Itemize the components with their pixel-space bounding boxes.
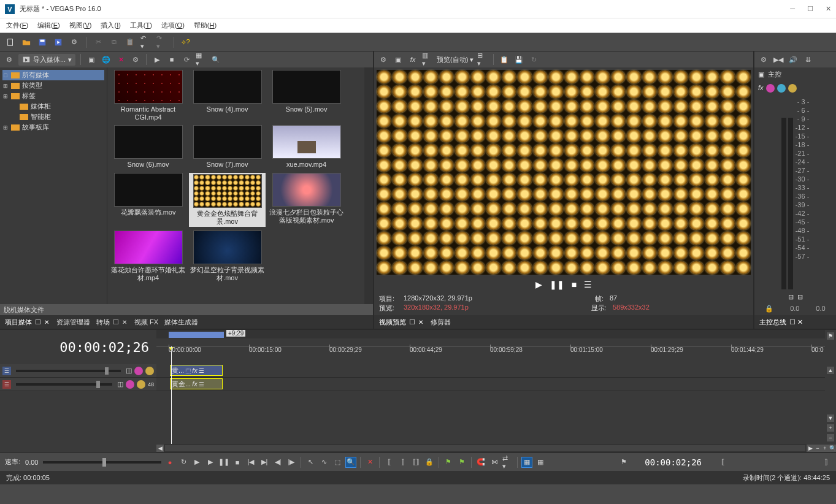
hscroll-right[interactable]: ▶	[807, 445, 814, 452]
loop-region[interactable]	[169, 332, 224, 338]
menu-h[interactable]: 帮助(H)	[194, 21, 217, 30]
play-start-button[interactable]: ▶	[191, 457, 202, 468]
sel-start-icon[interactable]: ⟦	[717, 457, 728, 468]
video-fx-icon[interactable]: fx	[407, 54, 418, 65]
master-props-icon[interactable]: ⚙	[758, 54, 769, 65]
media-fx-icon[interactable]: ⚙	[130, 54, 141, 65]
menu-e[interactable]: 编辑(E)	[37, 21, 60, 30]
hzoom-out[interactable]: −	[814, 445, 821, 452]
audio-vol-slider[interactable]	[16, 383, 112, 386]
trim2-button[interactable]: ⟧	[397, 457, 408, 468]
media-item[interactable]: Snow (6).mov	[110, 125, 186, 169]
snapshot-save-icon[interactable]: 💾	[513, 54, 524, 65]
capture-icon[interactable]: ▣	[86, 54, 97, 65]
audio-track-header[interactable]: ☰ ◫ 48	[0, 378, 156, 391]
close-button[interactable]: ✕	[826, 5, 831, 13]
media-item[interactable]: 落花烛台许愿环节婚礼素材.mp4	[110, 231, 186, 282]
tree-item[interactable]: ⊞标签	[2, 91, 104, 101]
split-screen-icon[interactable]: ▥ ▾	[422, 54, 433, 65]
fx-plugin-1[interactable]	[766, 84, 775, 93]
marker-flag-icon[interactable]: ⚑	[827, 332, 834, 340]
delete-button[interactable]: ✕	[364, 457, 375, 468]
menu-i[interactable]: 插入(I)	[101, 21, 120, 30]
new-icon[interactable]	[5, 37, 16, 48]
track-fx-3[interactable]	[126, 380, 134, 389]
scroll-up-icon[interactable]: ▲	[827, 367, 834, 374]
left-tab[interactable]: 项目媒体 ☐ ✕	[5, 318, 50, 327]
left-tab[interactable]: 媒体生成器	[164, 318, 198, 327]
stop-button-tl[interactable]: ■	[232, 457, 243, 468]
normal-edit-button[interactable]: ↖	[305, 457, 316, 468]
save-icon[interactable]	[37, 37, 48, 48]
help-icon[interactable]: ⟡?	[180, 37, 191, 48]
record-button[interactable]: ●	[164, 457, 175, 468]
fx-plugin-3[interactable]	[788, 84, 797, 93]
paste-icon[interactable]: 📋	[125, 37, 136, 48]
split-l-icon[interactable]: ⊟	[788, 293, 794, 301]
split-r-icon[interactable]: ⊟	[797, 293, 803, 301]
pause-button[interactable]: ❚❚	[550, 280, 564, 289]
preview-props-icon[interactable]: ⚙	[378, 54, 389, 65]
preview-quality-dropdown[interactable]: 预览(自动) ▾	[437, 55, 474, 64]
media-item[interactable]: 黄金金色炫酷舞台背景.mov	[189, 173, 266, 227]
loop-playback-button[interactable]: ↻	[178, 457, 189, 468]
stop-button[interactable]: ■	[572, 280, 577, 289]
maximize-button[interactable]: ☐	[807, 5, 813, 13]
track-content[interactable]: 黄... ⬚ fx ☰ 黄金... fx ☰	[156, 364, 825, 444]
video-clip[interactable]: 黄... ⬚ fx ☰	[170, 365, 223, 376]
downmix-icon[interactable]: ⇊	[802, 54, 813, 65]
loop-icon[interactable]: ↻	[528, 54, 539, 65]
region-bar[interactable]: +9;29	[156, 330, 825, 338]
play-button-tl[interactable]: ▶	[205, 457, 216, 468]
tool1-button[interactable]: ▦	[521, 457, 532, 468]
next-frame-button[interactable]: |▶	[286, 457, 297, 468]
import-media-button[interactable]: 导入媒体... ▾	[18, 54, 75, 66]
media-item[interactable]: Snow (7).mov	[189, 125, 266, 169]
dim-icon[interactable]: 🔊	[788, 54, 799, 65]
prev-track-icon[interactable]: ▶◀	[773, 54, 784, 65]
media-item[interactable]: Romantic Abstract CGI.mp4	[110, 70, 186, 121]
render-icon[interactable]	[53, 37, 64, 48]
trim1-button[interactable]: ⟦	[383, 457, 394, 468]
media-item[interactable]: 梦幻星空粒子背景视频素材.mov	[189, 231, 266, 282]
autoripple-button[interactable]: ⇄ ▾	[502, 457, 513, 468]
rate-slider[interactable]	[43, 461, 161, 464]
scroll-down-icon[interactable]: ▼	[827, 414, 834, 422]
tree-item[interactable]: ⊞按类型	[2, 80, 104, 91]
track-fx-2[interactable]	[145, 367, 154, 375]
time-ruler[interactable]: 00:00:00:0000:00:15:0000:00:29;2900:00:4…	[156, 346, 825, 364]
menu-t[interactable]: 工具(T)	[130, 21, 152, 30]
menu-button[interactable]: ☰	[584, 280, 592, 289]
go-end-button[interactable]: ▶|	[259, 457, 270, 468]
marker-jump-icon[interactable]: ⚑	[618, 457, 629, 468]
menu-f[interactable]: 文件(F)	[6, 21, 28, 30]
track-fx-4[interactable]	[137, 380, 145, 389]
media-item[interactable]: xue.mov.mp4	[268, 125, 345, 169]
remove-icon[interactable]: ✕	[115, 54, 126, 65]
copy-icon[interactable]: ⧉	[109, 37, 120, 48]
envelope-edit-button[interactable]: ∿	[318, 457, 329, 468]
zoom-edit-button[interactable]: 🔍	[345, 457, 356, 468]
audio-track-mini-icon[interactable]: ◫	[117, 380, 123, 388]
refresh-icon[interactable]: ⟳	[181, 54, 192, 65]
playhead[interactable]	[171, 364, 172, 444]
clip-fx-icon-a[interactable]: fx	[192, 380, 197, 388]
trim3-button[interactable]: ⟦⟧	[410, 457, 421, 468]
open-icon[interactable]	[21, 37, 32, 48]
video-track-mini-icon[interactable]: ◫	[126, 367, 132, 375]
redo-icon[interactable]: ↷ ▾	[156, 37, 167, 48]
undo-icon[interactable]: ↶ ▾	[140, 37, 151, 48]
media-item[interactable]: Snow (5).mov	[268, 70, 345, 121]
left-tab[interactable]: 视频 FX	[134, 318, 158, 327]
tool2-button[interactable]: ▦	[535, 457, 546, 468]
cut-icon[interactable]: ✂	[93, 37, 104, 48]
menu-o[interactable]: 选项(O)	[161, 21, 185, 30]
menu-v[interactable]: 视图(V)	[69, 21, 92, 30]
timeline-timecode[interactable]: 00:00:02;26	[645, 457, 702, 467]
media-props-icon[interactable]: ⚙	[4, 54, 15, 65]
selection-edit-button[interactable]: ⬚	[332, 457, 343, 468]
media-item[interactable]: 花瓣飘落装饰.mov	[110, 173, 186, 227]
view-icon[interactable]: ▦ ▾	[196, 54, 207, 65]
audio-track-menu[interactable]: ☰	[2, 380, 11, 389]
minimize-button[interactable]: ─	[790, 5, 795, 13]
